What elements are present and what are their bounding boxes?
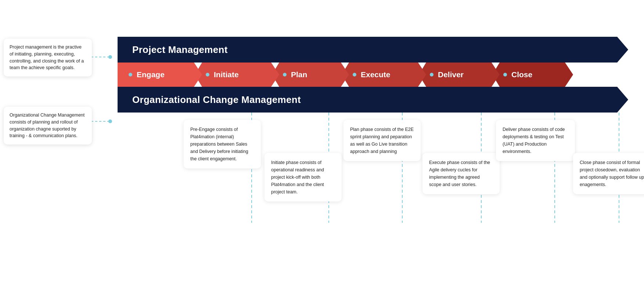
- initiate-dot: [206, 73, 209, 76]
- diagram: Project Management Engage Initiate: [118, 37, 633, 223]
- engage-dot: [129, 73, 132, 76]
- deliver-label: Deliver: [438, 70, 464, 79]
- close-card: Close phase consist of formal project cl…: [573, 153, 644, 194]
- engage-label: Engage: [137, 70, 165, 79]
- initiate-card: Initiate phase consists of operational r…: [265, 153, 342, 202]
- pm-tooltip-text: Project management is the practive of in…: [10, 44, 84, 70]
- execute-dot: [353, 73, 356, 76]
- ocm-title: Organizational Change Management: [132, 94, 301, 106]
- svg-point-1: [108, 55, 112, 59]
- ocm-tooltip-box: Organizational Change Management consist…: [4, 107, 92, 145]
- execute-label: Execute: [361, 70, 391, 79]
- pm-tooltip-box: Project management is the practive of in…: [4, 39, 92, 76]
- deliver-card: Deliver phase consists of code deploymen…: [496, 120, 575, 161]
- plan-card-text: Plan phase consists of the E2E sprint pl…: [350, 127, 414, 154]
- ocm-banner: Organizational Change Management: [118, 87, 628, 113]
- engage-card: Pre-Engage consists of Plat4mation (inte…: [184, 120, 261, 168]
- phase-plan[interactable]: Plan: [272, 63, 349, 87]
- phases-row: Engage Initiate Plan: [118, 63, 628, 87]
- initiate-card-text: Initiate phase consists of operational r…: [271, 160, 324, 195]
- close-dot: [503, 73, 507, 76]
- phase-execute[interactable]: Execute: [342, 63, 426, 87]
- engage-card-text: Pre-Engage consists of Plat4mation (inte…: [190, 127, 248, 161]
- close-label: Close: [511, 70, 532, 79]
- close-card-text: Close phase consist of formal project cl…: [580, 160, 644, 187]
- plan-card: Plan phase consists of the E2E sprint pl…: [343, 120, 421, 161]
- initiate-label: Initiate: [214, 70, 239, 79]
- execute-card: Execute phase consists of the Agile deli…: [422, 153, 500, 194]
- pm-banner: Project Management: [118, 37, 628, 63]
- pm-title: Project Management: [132, 44, 228, 56]
- phase-close[interactable]: Close: [492, 63, 573, 87]
- svg-point-3: [108, 120, 112, 123]
- deliver-card-text: Deliver phase consists of code deploymen…: [503, 127, 565, 154]
- cards-and-lines: Pre-Engage consists of Plat4mation (inte…: [118, 113, 628, 223]
- plan-label: Plan: [291, 70, 307, 79]
- deliver-dot: [430, 73, 433, 76]
- plan-dot: [283, 73, 287, 76]
- page-container: Project management is the practive of in…: [0, 0, 644, 296]
- phase-deliver[interactable]: Deliver: [419, 63, 500, 87]
- ocm-tooltip-text: Organizational Change Management consist…: [10, 113, 84, 138]
- phase-engage[interactable]: Engage: [118, 63, 202, 87]
- execute-card-text: Execute phase consists of the Agile deli…: [429, 160, 490, 187]
- phase-initiate[interactable]: Initiate: [195, 63, 279, 87]
